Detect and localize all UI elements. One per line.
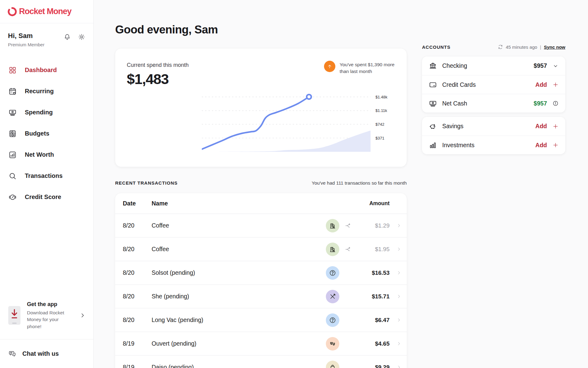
spend-up-badge: [324, 61, 335, 72]
sidebar-item-net-worth[interactable]: Net Worth: [0, 144, 93, 165]
table-row[interactable]: 8/19 Ouvert (pending) $4.65: [115, 332, 407, 355]
chevron-right-icon: [390, 341, 401, 346]
svg-text:$742: $742: [375, 122, 384, 127]
transaction-date: 8/20: [123, 316, 152, 324]
add-account-link[interactable]: Add: [535, 142, 547, 149]
sidebar-item-label: Spending: [25, 109, 53, 116]
user-greeting: Hi, Sam: [8, 32, 44, 40]
plus-icon[interactable]: [552, 82, 559, 88]
table-row[interactable]: 8/20 She (pending) $15.71: [115, 284, 407, 308]
sync-status: 45 minutes ago | Sync now: [498, 44, 566, 50]
sidebar-item-credit-score[interactable]: Credit Score: [0, 186, 93, 208]
svg-text:$: $: [432, 63, 434, 65]
accounts-title: ACCOUNTS: [422, 44, 450, 50]
chat-with-us-button[interactable]: Chat with us: [0, 339, 93, 368]
last-synced-label: 45 minutes ago: [506, 44, 537, 50]
spend-amount: $1,483: [127, 71, 169, 87]
transaction-date: 8/19: [123, 340, 152, 347]
plus-icon[interactable]: [552, 123, 559, 129]
chevron-right-icon: [390, 294, 401, 299]
plus-icon[interactable]: [552, 142, 559, 148]
arrow-up-icon: [327, 63, 333, 69]
main-content: Good evening, Sam Current spend this mon…: [94, 0, 588, 368]
account-label: Net Cash: [442, 100, 534, 107]
add-account-link[interactable]: Add: [535, 123, 547, 130]
column-header-name: Name: [152, 200, 326, 207]
chevron-right-icon: [390, 318, 401, 322]
transaction-date: 8/20: [123, 293, 152, 300]
table-row[interactable]: 8/20 Solsot (pending) $16.53: [115, 261, 407, 284]
split-transaction-icon: [339, 246, 357, 253]
bell-icon[interactable]: [63, 33, 71, 41]
table-row[interactable]: 8/20 Coffee $1.29: [115, 213, 407, 237]
get-app-title: Get the app: [27, 301, 74, 308]
sidebar-item-budgets[interactable]: Budgets: [0, 123, 93, 144]
spend-line-chart: $371$742$1.11k$1.48k: [202, 91, 399, 156]
transaction-amount: $1.29: [357, 222, 390, 229]
shopping-bag-icon: [329, 364, 336, 368]
chevron-down-icon[interactable]: [552, 63, 559, 69]
table-row[interactable]: 8/20 Long Vac (pending) $6.47: [115, 308, 407, 332]
brand-logo[interactable]: Rocket Money: [0, 0, 93, 23]
add-account-link[interactable]: Add: [535, 81, 547, 88]
account-row-credit-cards[interactable]: Credit Cards Add: [422, 75, 565, 94]
get-app-subtitle: Download Rocket Money for your phone!: [27, 309, 74, 330]
transaction-name: Long Vac (pending): [152, 316, 326, 324]
account-row-savings[interactable]: Savings Add: [422, 117, 565, 136]
rocket-money-logo-icon: [8, 7, 17, 16]
building-icon: [329, 222, 336, 229]
account-balance: $957: [534, 62, 547, 69]
sidebar-item-label: Credit Score: [25, 194, 61, 201]
piggy-bank-icon: [429, 122, 437, 130]
table-header-row: Date Name Amount: [115, 193, 407, 213]
accounts-card-primary: $ Checking $957 Credit Cards Add Net Cas…: [422, 56, 565, 113]
transaction-amount: $15.71: [357, 293, 390, 300]
question-icon: [329, 316, 336, 324]
info-icon[interactable]: [552, 100, 559, 106]
gauge-icon: [8, 193, 17, 201]
theater-masks-icon: [329, 340, 336, 347]
category-badge: [326, 266, 339, 280]
transaction-amount: $4.65: [357, 340, 390, 347]
account-row-net-cash[interactable]: Net Cash $957: [422, 94, 565, 113]
credit-card-icon: [429, 81, 437, 89]
account-label: Investments: [442, 142, 535, 149]
current-spend-card[interactable]: Current spend this month $1,483 You've s…: [115, 48, 407, 167]
sidebar-item-transactions[interactable]: Transactions: [0, 165, 93, 186]
account-row-investments[interactable]: Investments Add: [422, 136, 565, 154]
column-header-date: Date: [123, 200, 152, 207]
spend-card-label: Current spend this month: [127, 62, 189, 68]
spend-delta-text: You've spent $1,390 more than last month: [340, 61, 397, 75]
get-the-app-banner[interactable]: Get the app Download Rocket Money for yo…: [0, 296, 93, 339]
transaction-date: 8/19: [123, 364, 152, 368]
sidebar-item-spending[interactable]: Spending: [0, 102, 93, 123]
sync-now-link[interactable]: Sync now: [544, 44, 565, 50]
sidebar-item-label: Transactions: [25, 172, 62, 179]
calculator-icon: [8, 129, 17, 138]
brand-name: Rocket Money: [19, 7, 71, 16]
category-badge: [326, 361, 339, 368]
transaction-amount: $9.29: [357, 364, 390, 368]
gear-icon[interactable]: [78, 33, 85, 41]
recurring-calendar-icon: [8, 87, 17, 96]
sidebar-item-dashboard[interactable]: Dashboard: [0, 59, 93, 81]
account-label: Savings: [442, 123, 535, 130]
transaction-name: Daiso (pending): [152, 364, 326, 368]
transaction-date: 8/20: [123, 269, 152, 276]
question-icon: [329, 269, 336, 277]
chevron-right-icon: [390, 365, 401, 368]
bars-icon: [429, 141, 437, 149]
transaction-date: 8/20: [123, 246, 152, 253]
transactions-summary: You've had 111 transactions so far this …: [312, 180, 407, 186]
accounts-card-secondary: Savings Add Investments Add: [422, 117, 565, 154]
account-label: Credit Cards: [442, 81, 535, 88]
sidebar-item-label: Budgets: [25, 130, 49, 137]
account-row-checking[interactable]: $ Checking $957: [422, 56, 565, 75]
table-row[interactable]: 8/20 Coffee $1.95: [115, 237, 407, 261]
table-row[interactable]: 8/19 Daiso (pending) $9.29: [115, 355, 407, 368]
sidebar: Rocket Money Hi, Sam Premium Member Dash…: [0, 0, 94, 368]
transaction-date: 8/20: [123, 222, 152, 229]
sidebar-item-label: Net Worth: [25, 151, 54, 158]
sidebar-item-recurring[interactable]: Recurring: [0, 81, 93, 102]
category-badge: [326, 290, 339, 303]
